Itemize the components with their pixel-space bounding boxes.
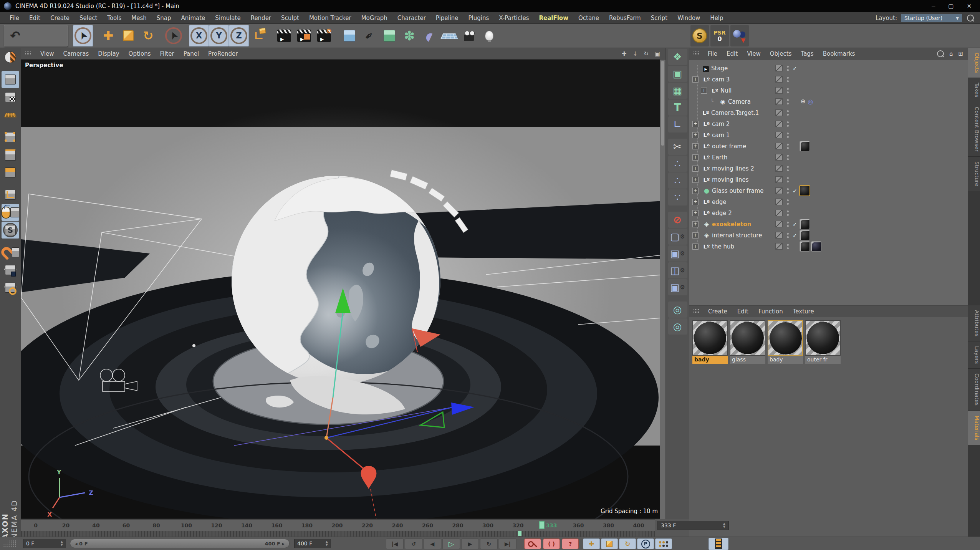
expand-toggle-icon[interactable] — [692, 244, 699, 250]
frame-range-slider[interactable]: 0 F 400 F — [70, 539, 290, 548]
expand-panel-icon[interactable]: ⊞ — [958, 50, 963, 57]
object-row[interactable]: the hub — [689, 241, 968, 252]
object-row[interactable]: Camera.Target.1 — [689, 107, 968, 118]
visibility-dots-icon[interactable] — [786, 198, 790, 206]
viewport-menu-item[interactable]: Filter — [155, 50, 179, 57]
texture-tag-chip[interactable] — [800, 230, 809, 240]
toolbar-button[interactable]: X — [189, 25, 209, 46]
object-row[interactable]: cam 1 — [689, 129, 968, 141]
object-label[interactable]: moving lines 2 — [712, 165, 754, 172]
mode-button[interactable] — [2, 204, 19, 221]
menu-item[interactable]: Edit — [24, 15, 45, 22]
mode-button[interactable] — [2, 71, 19, 88]
visibility-dots-icon[interactable] — [786, 232, 790, 239]
menu-item[interactable]: Octane — [573, 15, 604, 22]
close-button[interactable]: ✕ — [967, 3, 972, 10]
panel-tab[interactable]: Takes — [968, 78, 980, 102]
object-row[interactable]: moving lines — [689, 174, 968, 185]
viewport-nav-icon[interactable]: ✚ — [622, 50, 627, 57]
material-preview-sphere[interactable] — [768, 320, 803, 356]
expand-toggle-icon[interactable] — [692, 66, 698, 71]
timeline-tick[interactable]: 140 — [235, 520, 258, 531]
render-tag-icon[interactable] — [775, 221, 783, 227]
timeline-tick[interactable]: 80 — [145, 520, 168, 531]
visibility-dots-icon[interactable] — [786, 142, 790, 150]
timeline-tick[interactable]: 180 — [296, 520, 319, 531]
material-preview-sphere[interactable] — [692, 320, 728, 356]
timeline-tick[interactable]: 220 — [356, 520, 379, 531]
material-label[interactable]: glass — [730, 356, 765, 364]
expand-toggle-icon[interactable] — [692, 166, 699, 172]
visibility-dots-icon[interactable] — [786, 165, 790, 172]
timeline-tick[interactable]: 300 — [477, 520, 500, 531]
transport-button[interactable]: ▶ — [461, 538, 479, 549]
object-row[interactable]: Glass outer frame — [689, 185, 968, 196]
material-swatch[interactable]: glass — [730, 320, 765, 364]
object-label[interactable]: Camera.Target.1 — [711, 109, 759, 116]
palette-button[interactable]: ▣ — [668, 66, 687, 82]
keying-toggle-button[interactable] — [655, 538, 672, 549]
materials-menu-item[interactable]: Texture — [788, 308, 819, 315]
object-label[interactable]: edge — [712, 199, 727, 205]
timeline-tick[interactable]: 380 — [597, 520, 620, 531]
object-row[interactable]: Earth — [689, 152, 968, 163]
timeline-tick[interactable]: 100 — [175, 520, 198, 531]
viewport-nav-icon[interactable]: ↻ — [644, 50, 649, 57]
visibility-dots-icon[interactable] — [786, 87, 790, 94]
material-label[interactable]: bady — [692, 356, 728, 364]
expand-toggle-icon[interactable] — [692, 121, 699, 127]
toolbar-button[interactable] — [118, 25, 138, 46]
toolbar-button[interactable]: ✽ — [399, 25, 419, 46]
toolbar-button[interactable] — [479, 25, 499, 46]
object-label[interactable]: Stage — [711, 65, 728, 72]
search-icon[interactable] — [967, 15, 974, 22]
materials-menu-item[interactable]: Function — [753, 308, 788, 315]
object-manager-menu-item[interactable]: Bookmarks — [818, 50, 860, 57]
toolbar-button[interactable]: ⚙ — [314, 25, 334, 46]
object-label[interactable]: internal structure — [712, 232, 762, 239]
expand-toggle-icon[interactable] — [692, 132, 699, 138]
render-tag-icon[interactable] — [775, 143, 783, 149]
object-manager-menu-item[interactable]: View — [742, 50, 765, 57]
palette-button[interactable]: ∴ — [668, 156, 687, 172]
timeline-ruler[interactable]: 0 20 40 60 80 100 120 140 160 180 200 — [21, 519, 655, 531]
expand-toggle-icon[interactable] — [692, 154, 699, 161]
toolbar-button[interactable] — [294, 25, 314, 46]
palette-button[interactable]: ∵ — [668, 189, 687, 205]
menu-item[interactable]: Snap — [152, 15, 176, 22]
viewport-canvas[interactable]: Y Z X Perspective Grid Spacing : 10 m — [21, 60, 665, 519]
object-label[interactable]: moving lines — [712, 176, 749, 183]
timeline-tick[interactable]: 280 — [446, 520, 469, 531]
expand-toggle-icon[interactable] — [692, 232, 699, 239]
timeline-tick[interactable]: 40 — [84, 520, 108, 531]
mode-button[interactable] — [2, 146, 19, 163]
toolbar-button[interactable]: ➤ — [73, 25, 93, 46]
toolbar-button[interactable] — [439, 25, 459, 46]
toolbar-button[interactable] — [274, 25, 294, 46]
material-preview-sphere[interactable] — [805, 320, 841, 356]
render-tag-icon[interactable] — [775, 187, 783, 194]
timeline-tick[interactable]: 320 — [507, 520, 530, 531]
expand-toggle-icon[interactable] — [692, 210, 699, 216]
menu-item[interactable]: Animate — [176, 15, 210, 22]
palette-button[interactable]: ▦ — [668, 83, 687, 99]
transport-button[interactable]: |◀ — [386, 538, 404, 549]
record-button[interactable]: ? — [562, 538, 579, 549]
expand-toggle-icon[interactable] — [692, 76, 699, 83]
menu-item[interactable]: RebusFarm — [604, 15, 646, 22]
texture-tag-chip[interactable] — [800, 219, 809, 229]
palette-button[interactable]: ∴ — [668, 172, 687, 189]
render-tag-icon[interactable] — [775, 232, 783, 239]
render-tag-icon[interactable] — [775, 109, 783, 116]
menu-item[interactable]: Create — [45, 15, 74, 22]
camera-view-label[interactable]: Perspective — [25, 62, 63, 69]
expand-toggle-icon[interactable] — [692, 188, 699, 194]
viewport-scrollbar[interactable] — [660, 60, 665, 519]
object-row[interactable]: internal structure — [689, 230, 968, 241]
mode-button[interactable] — [2, 279, 19, 296]
palette-button[interactable]: ▢ ⚙ — [668, 229, 687, 245]
object-label[interactable]: cam 3 — [712, 76, 730, 83]
expand-toggle-icon[interactable] — [692, 110, 698, 116]
visibility-dots-icon[interactable] — [786, 187, 790, 195]
object-row[interactable]: edge — [689, 196, 968, 207]
